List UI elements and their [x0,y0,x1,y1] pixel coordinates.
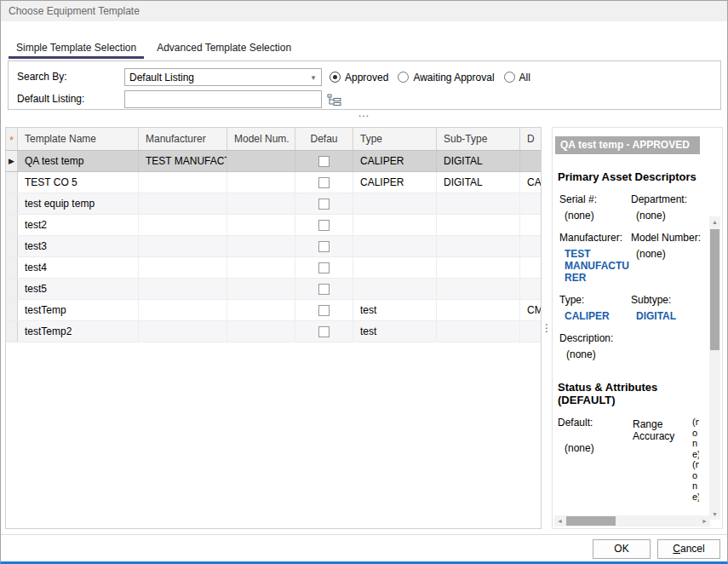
default-listing-label: Default Listing: [17,93,84,105]
horizontal-splitter-handle[interactable]: ... [1,111,727,121]
cell-d: CA [520,172,541,193]
default-value: (none) [565,442,626,454]
cell-sub-type [437,300,520,320]
template-row[interactable]: test5 [6,279,541,300]
status-attributes-fields: Default: (none) Range Accuracy (none)(no… [558,417,711,516]
default-listing-input[interactable] [124,90,322,108]
tab-advanced-template-selection[interactable]: Advanced Template Selection [149,37,299,59]
default-checkbox[interactable] [318,305,330,316]
row-indicator-cell [6,215,18,235]
default-checkbox[interactable] [318,326,330,337]
default-checkbox[interactable] [318,199,330,210]
default-listing-lookup-button[interactable] [327,92,344,107]
cell-model-num [227,321,295,342]
cancel-mnemonic: C [673,543,680,555]
cell-sub-type [437,236,520,256]
col-header-sub-type[interactable]: Sub-Type [437,128,520,150]
choose-equipment-template-dialog: Choose Equipment Template Simple Templat… [0,0,728,564]
titlebar[interactable]: Choose Equipment Template [1,1,727,21]
vertical-splitter-handle[interactable]: ⋮ [542,127,552,529]
description-value: (none) [558,347,706,369]
search-by-selected-value: Default Listing [125,72,306,83]
cell-model-num [227,151,295,171]
footer-separator [1,534,727,535]
cancel-button[interactable]: Cancel [657,539,720,559]
cell-template-name: test equip temp [18,193,139,214]
cell-default [295,172,353,193]
scroll-right-icon[interactable]: ► [699,515,710,527]
range-accuracy-label: Range Accuracy [626,417,685,516]
template-row[interactable]: TEST CO 5 CALIPER DIGITAL CA [6,172,541,193]
col-header-model-num[interactable]: Model Num. [227,128,295,150]
template-row[interactable]: test4 [6,257,541,279]
search-group: Search By: Default Listing ▾ Approved Aw… [8,60,721,110]
cell-template-name: test5 [18,279,139,299]
details-vertical-scrollbar: ▲ ▼ [709,216,720,520]
horizontal-scrollbar-thumb[interactable] [566,516,616,526]
scroll-left-icon[interactable]: ◄ [554,515,565,527]
template-row[interactable]: test equip temp [6,193,541,215]
cell-model-num [227,279,295,299]
cell-d: CM [520,300,541,320]
default-checkbox[interactable] [318,241,330,252]
cell-template-name: testTemp2 [18,321,139,342]
radio-all[interactable]: All [504,72,530,83]
col-header-template-name[interactable]: Template Name [18,128,139,150]
cell-default [295,300,353,320]
vertical-scrollbar-thumb[interactable] [710,229,719,350]
cell-sub-type [437,321,520,342]
radio-label: All [519,72,530,83]
radio-approved[interactable]: Approved [330,72,388,83]
default-checkbox[interactable] [318,177,330,188]
serial-value: (none) [558,208,629,230]
default-checkbox[interactable] [318,156,330,167]
template-row[interactable]: ▶ QA test temp TEST MANUFACTURER CALIPER… [6,151,541,172]
cell-default [295,321,353,342]
subtype-value: DIGITAL [629,308,706,331]
cell-manufacturer [139,193,227,214]
cell-template-name: test4 [18,257,139,278]
cell-template-name: test3 [18,236,139,256]
cell-template-name: test2 [18,215,139,235]
search-by-dropdown[interactable]: Default Listing ▾ [124,68,322,86]
cell-sub-type: DIGITAL [437,172,520,193]
approval-filter-radios: Approved Awaiting Approval All [330,68,530,86]
default-checkbox[interactable] [318,262,330,273]
department-value: (none) [629,208,706,230]
cell-model-num [227,193,295,214]
col-header-type[interactable]: Type [353,128,437,150]
cell-d [520,257,541,278]
description-label: Description: [558,331,706,347]
template-grid: * Template Name Manufacturer Model Num. … [5,127,542,529]
default-checkbox[interactable] [318,220,330,231]
chevron-down-icon: ▾ [306,73,321,82]
cell-type: CALIPER [353,172,437,193]
cell-manufacturer [139,257,227,278]
col-header-default[interactable]: Defau [295,128,353,150]
template-row[interactable]: testTemp test CM [6,300,541,321]
type-label: Type: [558,292,629,308]
row-indicator-header: * [6,128,18,150]
tab-simple-template-selection[interactable]: Simple Template Selection [9,37,144,59]
cell-manufacturer [139,236,227,256]
cell-template-name: TEST CO 5 [18,172,139,193]
col-header-manufacturer[interactable]: Manufacturer [139,128,227,150]
radio-awaiting-approval[interactable]: Awaiting Approval [398,72,494,83]
template-row[interactable]: testTemp2 test [6,321,541,342]
grid-header-row: * Template Name Manufacturer Model Num. … [6,128,541,151]
ok-button[interactable]: OK [593,539,651,559]
template-row[interactable]: test3 [6,236,541,257]
cell-d [520,215,541,235]
cell-template-name: testTemp [18,300,139,320]
default-checkbox[interactable] [318,284,330,295]
details-content: Primary Asset Descriptors Serial #: Depa… [556,165,711,516]
scroll-up-icon[interactable]: ▲ [709,216,720,227]
col-header-d[interactable]: D [520,128,541,150]
serial-label: Serial #: [558,192,629,208]
details-panel: QA test temp - APPROVED Primary Asset De… [552,127,723,529]
cell-type [353,193,437,214]
template-row[interactable]: test2 [6,215,541,236]
cell-sub-type [437,215,520,235]
scroll-down-icon[interactable]: ▼ [709,509,720,520]
radio-dot-icon [504,72,515,83]
